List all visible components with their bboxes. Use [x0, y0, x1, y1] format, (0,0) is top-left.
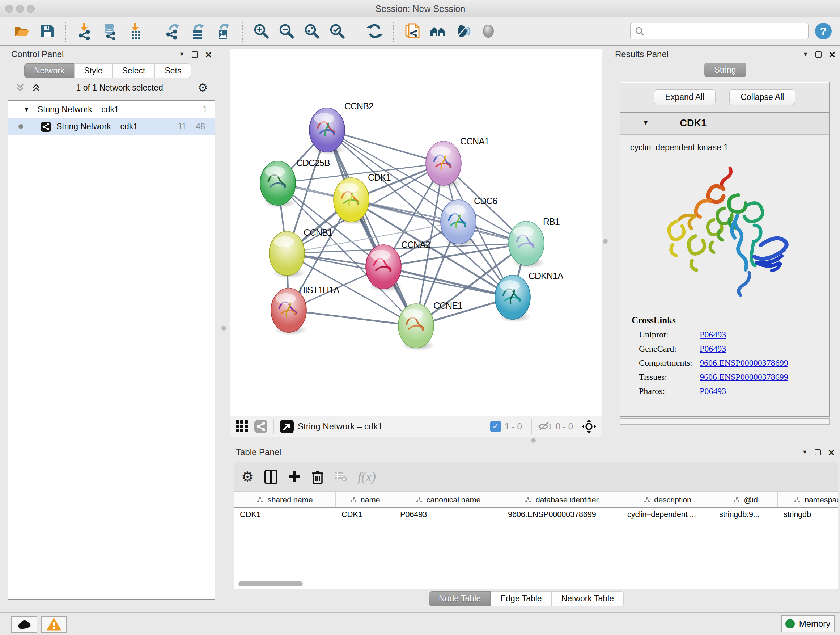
- control-panel-close-icon[interactable]: ×: [205, 51, 212, 57]
- export-network-icon[interactable]: [164, 22, 182, 40]
- network-node-CCNA2[interactable]: [366, 245, 402, 292]
- selected-checkbox-icon[interactable]: ✓: [490, 421, 501, 432]
- table-cell[interactable]: P06493: [394, 508, 502, 523]
- network-node-RB1[interactable]: [508, 221, 545, 268]
- tab-edge-table[interactable]: Edge Table: [491, 591, 552, 606]
- network-node-CCNB2[interactable]: [309, 108, 346, 155]
- table-panel-close-icon[interactable]: ×: [828, 449, 835, 455]
- import-network-icon[interactable]: [76, 22, 94, 40]
- results-panel-close-icon[interactable]: ×: [829, 51, 835, 57]
- network-options-gear-icon[interactable]: ⚙: [197, 81, 208, 95]
- export-table-icon[interactable]: [189, 22, 207, 40]
- table-cell[interactable]: stringdb: [778, 508, 838, 523]
- left-splitter-handle[interactable]: [221, 326, 226, 331]
- table-settings-gear-icon[interactable]: ⚙: [241, 469, 254, 485]
- string-enhance-icon[interactable]: [454, 22, 472, 40]
- table-row[interactable]: CDK1CDK1P064939606.ENSP00000378699cyclin…: [234, 508, 838, 523]
- results-panel-menu-icon[interactable]: ▼: [803, 51, 808, 57]
- zoom-in-icon[interactable]: [252, 22, 270, 40]
- table-horizontal-scrollbar[interactable]: [238, 581, 303, 586]
- results-scroll-track[interactable]: [620, 418, 829, 424]
- table-cell[interactable]: 9606.ENSP00000378699: [502, 508, 622, 523]
- table-cell[interactable]: CDK1: [234, 508, 336, 523]
- expand-all-icon[interactable]: [31, 82, 42, 93]
- search-box[interactable]: [630, 23, 808, 40]
- column-header-database-identifier[interactable]: database identifier: [502, 492, 622, 507]
- hidden-eye-icon[interactable]: [538, 420, 552, 432]
- expand-all-button[interactable]: Expand All: [654, 89, 716, 105]
- control-panel-menu-icon[interactable]: ▼: [179, 51, 185, 57]
- table-panel-float-icon[interactable]: [815, 449, 821, 455]
- tab-network-table[interactable]: Network Table: [552, 591, 624, 606]
- table-cell[interactable]: stringdb:9...: [714, 508, 778, 523]
- refresh-icon[interactable]: [366, 22, 384, 40]
- column-header-name[interactable]: name: [336, 492, 394, 507]
- table-panel-menu-icon[interactable]: ▼: [802, 449, 808, 455]
- show-columns-icon[interactable]: [264, 470, 278, 484]
- crosslink-link[interactable]: P06493: [699, 386, 726, 396]
- network-node-CCNE1[interactable]: [398, 304, 435, 351]
- network-node-CDK1[interactable]: [333, 178, 370, 225]
- search-input[interactable]: [648, 26, 804, 36]
- network-node-CCNA1[interactable]: [426, 141, 462, 188]
- warnings-button[interactable]: [41, 616, 67, 633]
- network-edge-CCNE1-HIST1H1A[interactable]: [289, 310, 416, 326]
- right-splitter-handle[interactable]: [603, 239, 608, 244]
- control-panel-float-icon[interactable]: [192, 51, 198, 57]
- tab-node-table[interactable]: Node Table: [429, 591, 491, 606]
- column-header-canonical-name[interactable]: canonical name: [394, 492, 502, 507]
- network-node-CDKN1A[interactable]: [495, 275, 531, 322]
- import-table-icon[interactable]: [126, 22, 144, 40]
- collapse-all-button[interactable]: Collapse All: [729, 89, 795, 105]
- tab-style[interactable]: Style: [74, 63, 112, 78]
- string-import-icon[interactable]: [403, 22, 422, 40]
- network-node-CCNB1[interactable]: [269, 231, 306, 279]
- tab-sets[interactable]: Sets: [155, 63, 191, 78]
- crosslink-link[interactable]: 9606.ENSP00000378699: [699, 372, 788, 382]
- table-cell[interactable]: cyclin–dependent ...: [622, 508, 714, 523]
- cloud-status-button[interactable]: [11, 616, 37, 633]
- network-view-canvas[interactable]: CCNB2CCNA1CDC25BCDK1CDC6RB1CCNB1CCNA2CDK…: [230, 49, 602, 416]
- node-label-RB1: RB1: [543, 217, 560, 226]
- results-panel-title: Results Panel: [615, 49, 668, 59]
- table-cell[interactable]: CDK1: [336, 508, 394, 523]
- add-column-icon[interactable]: [288, 470, 301, 483]
- export-image-icon[interactable]: [215, 22, 233, 40]
- horizontal-splitter-handle[interactable]: [531, 438, 536, 443]
- help-button[interactable]: ?: [815, 23, 832, 40]
- string-settings-eye-icon[interactable]: [479, 22, 497, 40]
- crosslink-link[interactable]: P06493: [699, 344, 726, 354]
- column-header--id[interactable]: @id: [714, 492, 778, 507]
- zoom-fit-icon[interactable]: [303, 22, 321, 40]
- zoom-selected-icon[interactable]: [328, 22, 346, 40]
- import-network-from-database-icon[interactable]: [101, 22, 119, 40]
- network-node-CDC25B[interactable]: [260, 161, 297, 208]
- network-node-CDC6[interactable]: [441, 200, 477, 247]
- crosslink-link[interactable]: 9606.ENSP00000378699: [699, 358, 788, 368]
- delete-column-icon[interactable]: [311, 470, 324, 484]
- tab-string[interactable]: String: [704, 63, 746, 77]
- results-panel-float-icon[interactable]: [815, 51, 821, 57]
- collection-expander-icon[interactable]: ▼: [24, 106, 30, 113]
- network-node-HIST1H1A[interactable]: [271, 288, 308, 335]
- save-session-icon[interactable]: [38, 22, 56, 40]
- string-home-icon[interactable]: [429, 22, 447, 40]
- zoom-out-icon[interactable]: [278, 22, 295, 40]
- string-view-icon[interactable]: [254, 420, 268, 433]
- network-collection-row[interactable]: ▼ String Network – cdk1 1: [8, 101, 215, 118]
- tab-network[interactable]: Network: [24, 63, 74, 78]
- tab-select[interactable]: Select: [112, 63, 155, 78]
- network-row-selected[interactable]: String Network – cdk1 11 48: [8, 118, 215, 135]
- column-header-shared-name[interactable]: shared name: [234, 492, 336, 507]
- protein-card-header[interactable]: ▼ CDK1: [620, 113, 829, 135]
- collapse-all-icon[interactable]: [15, 82, 26, 93]
- open-session-icon[interactable]: [13, 22, 31, 40]
- memory-button[interactable]: Memory: [781, 615, 835, 632]
- crosslink-link[interactable]: P06493: [699, 330, 726, 340]
- grid-view-icon[interactable]: [235, 420, 249, 433]
- column-header-namespace[interactable]: namespace: [778, 492, 838, 507]
- fit-content-crosshair-icon[interactable]: [581, 418, 597, 434]
- network-edge-CCNB2-CCNE1[interactable]: [327, 130, 416, 326]
- birdseye-view-icon[interactable]: [279, 419, 294, 434]
- column-header-description[interactable]: description: [622, 492, 714, 507]
